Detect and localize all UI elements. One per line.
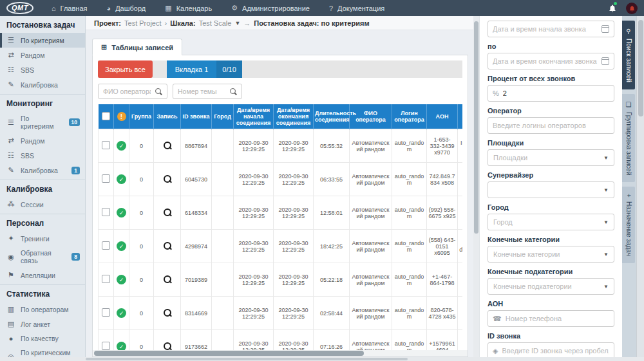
- search-icon[interactable]: [230, 88, 237, 95]
- sidebar-section: Калибровка⁂Сессии: [0, 180, 85, 214]
- row-checkbox[interactable]: [102, 342, 110, 350]
- breadcrumb-scale-link[interactable]: Test Scale: [199, 19, 232, 27]
- tab-record-tables[interactable]: ⊞ Таблицы записей: [92, 39, 182, 55]
- sidebar-item[interactable]: ⁂Сессии: [0, 197, 85, 212]
- row-checkbox[interactable]: [102, 208, 110, 216]
- end-date-input[interactable]: [493, 57, 598, 65]
- nav-menu-item[interactable]: ▦ Календарь: [165, 4, 212, 12]
- sidebar-item[interactable]: ☰По критериям10: [0, 111, 85, 133]
- status-badge: 10: [69, 118, 80, 126]
- cell-theme: Totam o eos qua: [458, 330, 463, 351]
- select-all-checkbox[interactable]: [102, 112, 110, 120]
- sidebar-item[interactable]: ☷SBS: [0, 148, 85, 163]
- sidebar-item[interactable]: ✦Тренинги: [0, 231, 85, 246]
- call-id-input[interactable]: [502, 347, 609, 355]
- nav-item-label: Календарь: [176, 5, 213, 12]
- sidebar-item[interactable]: ◉Обратная связь8: [0, 246, 85, 268]
- final-categories-select[interactable]: Конечные категории ▼: [488, 246, 614, 263]
- nav-menu-item[interactable]: ◕ Дашборд: [106, 4, 146, 12]
- sidebar-item[interactable]: ▥По операторам: [0, 302, 85, 317]
- open-record-icon[interactable]: [164, 208, 171, 216]
- user-avatar[interactable]: [626, 3, 638, 14]
- aon-field: ☎: [488, 310, 614, 327]
- start-date-input[interactable]: [493, 25, 598, 33]
- final-categories-value: Конечные категории: [493, 250, 560, 258]
- final-subcategories-select[interactable]: Конечные подкатегории ▼: [488, 278, 614, 295]
- sidebar-item[interactable]: ☷SBS: [0, 62, 85, 77]
- topic-search-input[interactable]: [173, 88, 230, 95]
- hscroll-thumb[interactable]: [94, 351, 364, 356]
- operator-search-box: [98, 84, 167, 99]
- aon-input[interactable]: [506, 315, 609, 322]
- supervisor-label: Супервайзер: [488, 171, 614, 179]
- row-checkbox[interactable]: [102, 275, 110, 283]
- col-duration: Длительность соединения: [314, 104, 350, 129]
- nav-menu-item[interactable]: ⚙ Администрирование: [231, 4, 310, 12]
- col-operator: ФИО оператора: [350, 104, 392, 129]
- sidebar-item[interactable]: ▤Лог анкет: [0, 317, 85, 331]
- gear-icon: ⚙: [231, 4, 238, 12]
- sidebar-item[interactable]: ☰По критериям: [0, 33, 85, 48]
- cell-aon: +15799614694: [427, 330, 458, 351]
- sidebar-item[interactable]: ⇄Рандом: [0, 48, 85, 62]
- quality-icon: ●: [6, 335, 15, 342]
- sidebar-item-label: По операторам: [21, 306, 69, 313]
- row-checkbox[interactable]: [102, 174, 110, 183]
- operator-search-input[interactable]: [99, 88, 155, 95]
- sidebar-item-label: Тренинги: [21, 235, 50, 243]
- group-icon: ❏: [625, 101, 632, 108]
- sidebar-item[interactable]: ✎Калибровка: [0, 77, 85, 92]
- sidebar-item[interactable]: ●По качеству: [0, 331, 85, 346]
- open-record-icon[interactable]: [164, 309, 171, 316]
- sidebar-item[interactable]: ⚑Апелляции: [0, 268, 85, 282]
- search-icon[interactable]: [155, 88, 162, 95]
- sidebar-item-label: По качеству: [21, 335, 59, 342]
- scale-dropdown-caret-icon[interactable]: ▼: [234, 20, 240, 26]
- sidebar-item[interactable]: ✎Калибровка1: [0, 163, 85, 178]
- cell-login: auto_random: [392, 163, 427, 196]
- nav-menu-item[interactable]: ⌂ Главная: [52, 4, 88, 12]
- sites-select[interactable]: Площадки ▼: [488, 149, 614, 166]
- help-icon: ?: [329, 5, 333, 12]
- status-ok-icon: ✓: [117, 141, 126, 151]
- sidebar-item[interactable]: ⇄Рандом: [0, 133, 85, 148]
- row-checkbox[interactable]: [102, 141, 110, 149]
- side-tab[interactable]: ⚲ Поиск записей: [622, 21, 635, 89]
- row-checkbox[interactable]: [102, 308, 110, 317]
- open-record-icon[interactable]: [164, 142, 171, 149]
- city-select[interactable]: Город ▼: [488, 214, 614, 230]
- supervisor-select[interactable]: ▼: [488, 181, 614, 198]
- cell-city: [212, 230, 234, 263]
- open-record-icon[interactable]: [164, 175, 171, 182]
- sidebar-section-title: Статистика: [0, 285, 85, 302]
- page-bottom-scrollbar-thumb[interactable]: [86, 358, 408, 360]
- side-tab[interactable]: ❏ Группировка записей: [622, 94, 635, 182]
- calendar-icon[interactable]: [601, 57, 609, 65]
- col-call-id: ID звонка: [181, 104, 212, 129]
- qmt-logo[interactable]: QMT: [6, 2, 33, 14]
- notification-bell-icon[interactable]: [608, 3, 617, 14]
- open-record-icon[interactable]: [164, 242, 171, 249]
- close-all-button[interactable]: Закрыть все: [98, 60, 153, 78]
- breadcrumb: Проект: Test Project › Шкала: Test Scale…: [86, 16, 473, 30]
- open-record-icon[interactable]: [164, 275, 171, 282]
- records-table: ! Группа Запись ID звонка Город Дата/вре…: [98, 104, 462, 350]
- side-tab[interactable]: + Назначение задач: [622, 187, 635, 263]
- city-label: Город: [488, 203, 614, 211]
- operator-logins-input[interactable]: [493, 122, 609, 129]
- percent-input[interactable]: [503, 89, 609, 97]
- nav-menu-item[interactable]: ? Документация: [329, 4, 384, 12]
- open-record-icon[interactable]: [164, 342, 171, 349]
- breadcrumb-project-link[interactable]: Test Project: [124, 19, 161, 27]
- cell-theme: Impedit aliquam cum fug dicta qui: [458, 129, 463, 163]
- tab-vkladka-1[interactable]: Вкладка 1 0/10: [167, 60, 242, 78]
- sidebar-item[interactable]: ◎По критическим ошибкам: [0, 346, 85, 357]
- row-checkbox[interactable]: [102, 241, 110, 250]
- col-start: Дата/время начала соединения: [234, 104, 274, 129]
- content-scrollbar-thumb[interactable]: [474, 21, 478, 234]
- aon-label: АОН: [488, 300, 614, 308]
- cell-start: 2020-09-30 12:29:25: [234, 196, 274, 230]
- page-scrollbar-thumb[interactable]: [638, 20, 643, 116]
- status-badge: 1: [71, 167, 80, 174]
- calendar-icon[interactable]: [601, 25, 609, 33]
